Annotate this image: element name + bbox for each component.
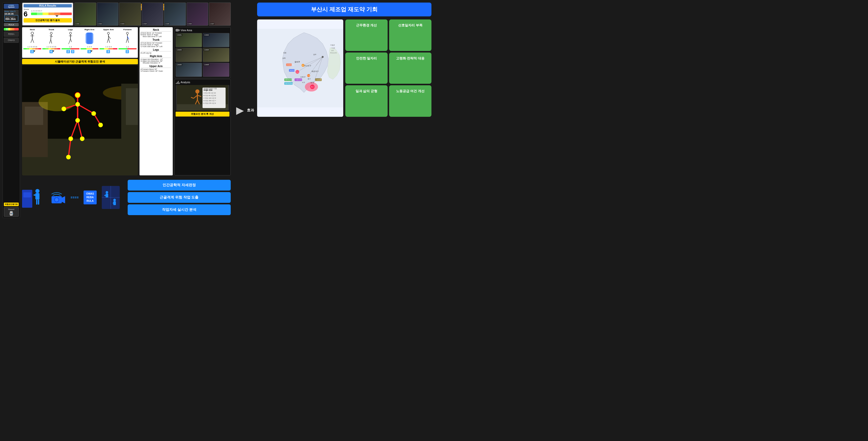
svg-line-12	[51, 34, 51, 39]
owas-label-box: OWAS REBA RULA	[84, 191, 97, 204]
video-thumb-4[interactable]: CAM4	[142, 3, 163, 26]
legs-title: Legs	[141, 48, 172, 52]
pose-col-trunk: Trunk 1 2 3 4 5 6	[42, 28, 60, 57]
svg-text:영지·녹산(영지): 영지·녹산(영지)	[285, 83, 294, 84]
svg-text:사하구: 사하구	[300, 76, 306, 78]
report-label: Report	[8, 208, 14, 210]
cam5-label: CAM5	[176, 64, 182, 66]
trunk-col-title: Trunk	[49, 28, 54, 31]
svg-rect-102	[104, 195, 106, 196]
printer-icon	[5, 211, 18, 216]
analysis-label: Analysis	[181, 81, 190, 84]
svg-text:오리: 오리	[331, 50, 334, 51]
pose-col-neck: Neck 1 2 3 4 5 6	[23, 28, 41, 57]
cam-cell-6[interactable]: CAM5	[203, 63, 229, 77]
forearm-figure	[124, 31, 131, 45]
camera-wifi-svg	[50, 191, 66, 204]
neck-section: Neck 2 Neck Bend: 13° Forward 0 Neck Twi…	[141, 28, 172, 37]
svg-text:창원: 창원	[283, 52, 286, 54]
video-thumb-7[interactable]: CAM7	[209, 3, 231, 26]
svg-rect-2	[10, 211, 12, 213]
cam-cell-4[interactable]: CAM4	[203, 48, 229, 62]
right-arm-title: Right Arm	[141, 55, 172, 58]
video-camera-icon	[176, 28, 180, 32]
svg-text:부산진구: 부산진구	[304, 65, 311, 67]
legs-col-title: Legs	[68, 28, 73, 31]
svg-point-41	[39, 93, 75, 111]
cam4-label: CAM4	[204, 49, 210, 51]
svg-text:부산신소재: 부산신소재	[330, 52, 337, 54]
video-thumb-2[interactable]: CAM2	[97, 3, 119, 26]
svg-line-27	[107, 38, 108, 43]
working-hours-value: 05h 26m	[5, 18, 17, 21]
area-line: Area: Line 5	[4, 10, 18, 12]
feature-btn-3[interactable]: 작업자세 실시간 분석	[128, 204, 231, 215]
cam-cell-5[interactable]: CAM5	[176, 63, 202, 77]
map-and-effects: 강서구 부산진구 해운대구 사하구 남구 서구 중구 수영구 생곡 사상 미음	[257, 20, 431, 117]
svg-rect-66	[178, 81, 179, 84]
svg-text:영지·녹산(녹산): 영지·녹산(녹산)	[285, 79, 294, 80]
cam-cell-3[interactable]: CAM3	[176, 48, 202, 62]
pose-col-forearm: Forearm 1 2 2	[118, 28, 136, 57]
forearm-col-title: Forearm	[123, 28, 131, 31]
video-thumb-3[interactable]: CAM3	[119, 3, 141, 26]
pose-col-right-arm: Right Arm 1 2 3 3	[81, 28, 98, 57]
feature-btn-1[interactable]: 인간공학적 자세판정	[128, 180, 231, 191]
pose-area: Neck 1 2 3 4 5 6	[22, 27, 138, 175]
rula-color-bar	[4, 28, 19, 31]
right-map-panel: 부산시 제조업 재도약 기회 강서구 부산진구 해운대구	[257, 3, 431, 218]
right-arm-col-title: Right Arm	[85, 28, 94, 31]
pose-col-upper-arm: Upper Arm 1 2 3 4	[99, 28, 117, 57]
svg-point-87	[35, 189, 39, 193]
factory-svg	[22, 65, 138, 175]
risk-eval-label: 위험요인 평가표	[4, 203, 19, 206]
svg-line-26	[108, 36, 111, 39]
svg-text:기장읍: 기장읍	[331, 47, 335, 49]
rula-title: RULA Results	[24, 4, 72, 7]
svg-text:D  각도 150  시간 7: D 각도 150 시간 7	[204, 100, 216, 101]
effect-arrow: ►	[234, 104, 247, 117]
svg-text:미음: 미음	[307, 75, 310, 76]
owas-nav[interactable]: OWAS	[4, 38, 19, 43]
analysis-title: Analysis	[176, 80, 229, 84]
svg-point-58	[66, 155, 71, 159]
svg-line-13	[50, 36, 53, 36]
svg-point-43	[75, 93, 81, 98]
legs-score2: 3	[71, 50, 74, 53]
svg-point-4	[12, 213, 13, 214]
svg-rect-40	[25, 106, 43, 125]
svg-text:서구: 서구	[302, 82, 305, 83]
pose-columns: Neck 1 2 3 4 5 6	[22, 27, 138, 58]
rula-badge[interactable]: RULA	[4, 23, 19, 26]
korrs-logo: KORRS System	[4, 4, 19, 9]
neck-num2: 0	[141, 34, 142, 36]
body-analysis-panel: Neck 2 Neck Bend: 13° Forward 0 Neck Twi…	[140, 27, 173, 175]
view-area-label: View Area	[181, 29, 192, 32]
left-sidebar: KORRS System Area: Line 5 15:26:35 Worki…	[3, 3, 20, 218]
report-button[interactable]: Report	[4, 207, 19, 217]
svg-text:미음외국인: 미음외국인	[296, 79, 302, 80]
video-thumb-1[interactable]: CAM1	[74, 3, 96, 26]
video-thumb-5[interactable]: CAM5	[164, 3, 186, 26]
upper-arm-section: Upper Arm 2 Forearm Bend: 50° 1 Forearm …	[141, 65, 172, 72]
video-thumb-6[interactable]: CAM6	[187, 3, 209, 26]
svg-text:김해: 김해	[282, 57, 286, 59]
trunk-title: Trunk	[141, 38, 172, 41]
cam-cell-1[interactable]: CAM1	[176, 33, 202, 47]
korea-map-svg: 강서구 부산진구 해운대구 사하구 남구 서구 중구 수영구 생곡 사상 미음	[257, 20, 343, 117]
svg-text:생곡: 생곡	[302, 65, 304, 66]
cam-cell-2[interactable]: CAM2	[203, 33, 229, 47]
cam1-label: CAM1	[176, 34, 182, 36]
svg-text:B  각도 40  시간 20: B 각도 40 시간 20	[204, 95, 216, 96]
svg-point-6	[31, 32, 34, 35]
busan-title: 부산시 제조업 재도약 기회	[257, 3, 431, 16]
feature-btn-2[interactable]: 근골격계 위험 작업 도출	[128, 192, 231, 203]
svg-point-70	[195, 89, 199, 94]
svg-text:Angle 정보: Angle 정보	[204, 89, 213, 91]
upper-arm-figure	[105, 31, 112, 45]
svg-line-32	[126, 38, 127, 43]
svg-text:C  각도 110  시간 8: C 각도 110 시간 8	[204, 97, 216, 99]
score-row: Score 6 1234567	[24, 8, 72, 18]
reba-nav[interactable]: REBA	[4, 32, 19, 37]
svg-line-9	[31, 39, 32, 43]
